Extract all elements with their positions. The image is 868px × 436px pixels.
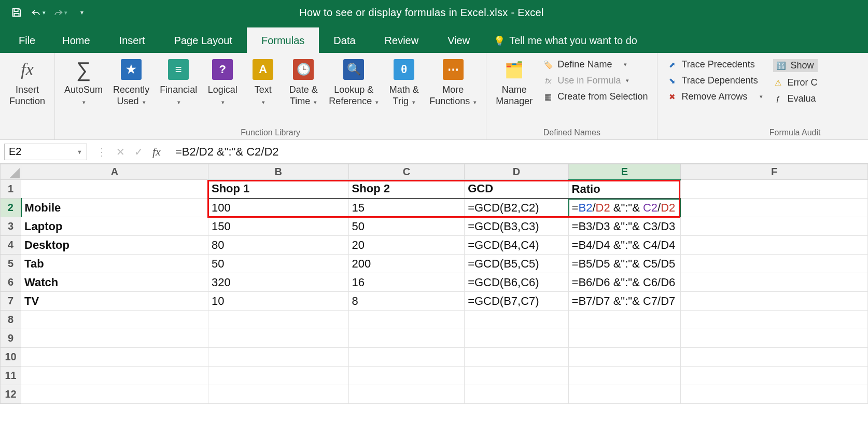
tab-file[interactable]: File — [6, 27, 48, 53]
cell-F7[interactable] — [681, 292, 868, 311]
enter-formula-icon[interactable]: ✓ — [134, 146, 143, 158]
lookup-reference-button[interactable]: 🔍Lookup &Reference ▾ — [324, 56, 384, 127]
cell-E5[interactable]: =B5/D5 &":"& C5/D5 — [568, 255, 681, 273]
cell-E7[interactable]: =B7/D7 &":"& C7/D7 — [568, 292, 681, 311]
recently-used-button[interactable]: ★RecentlyUsed ▾ — [108, 56, 155, 127]
tab-view[interactable]: View — [433, 27, 484, 53]
cell-C1[interactable]: Shop 2 — [348, 180, 465, 199]
cell-B5[interactable]: 50 — [208, 255, 348, 273]
cell-B2[interactable]: 100 — [208, 199, 348, 217]
cell-C2[interactable]: 15 — [348, 199, 465, 217]
row-header-8[interactable]: 8 — [1, 311, 21, 329]
cell-F5[interactable] — [681, 255, 868, 273]
use-in-formula-button[interactable]: fxUse in Formula ▾ — [543, 75, 648, 86]
row-header-11[interactable]: 11 — [1, 367, 21, 385]
remove-arrows-button[interactable]: ✖Remove Arrows ▾ — [667, 91, 762, 102]
insert-function-button[interactable]: fx InsertFunction — [4, 56, 50, 127]
cell-A6[interactable]: Watch — [21, 273, 208, 292]
math-trig-button[interactable]: θMath &Trig ▾ — [384, 56, 424, 127]
col-header-B[interactable]: B — [208, 164, 348, 180]
qat-customize-icon[interactable]: ▾ — [75, 6, 89, 19]
worksheet-grid[interactable]: A B C D E F 1 Shop 1 Shop 2 GCD Ratio 2 … — [0, 164, 868, 404]
row-header-2[interactable]: 2 — [1, 199, 21, 217]
cell-E6[interactable]: =B6/D6 &":"& C6/D6 — [568, 273, 681, 292]
cancel-formula-icon[interactable]: ✕ — [116, 146, 125, 158]
row-header-12[interactable]: 12 — [1, 385, 21, 404]
cell-D7[interactable]: =GCD(B7,C7) — [465, 292, 568, 311]
save-icon[interactable] — [9, 6, 24, 19]
col-header-F[interactable]: F — [681, 164, 868, 180]
error-checking-button[interactable]: ⚠Error C — [773, 77, 818, 88]
cell-C6[interactable]: 16 — [348, 273, 465, 292]
cell-F1[interactable] — [681, 180, 868, 199]
cell-E1[interactable]: Ratio — [568, 180, 681, 199]
select-all-corner[interactable] — [1, 164, 21, 180]
text-button[interactable]: AText▾ — [243, 56, 283, 127]
autosum-button[interactable]: ∑AutoSum▾ — [59, 56, 108, 127]
logical-button[interactable]: ?Logical▾ — [202, 56, 243, 127]
cell-A3[interactable]: Laptop — [21, 217, 208, 236]
cell-B1[interactable]: Shop 1 — [208, 180, 348, 199]
cell-B7[interactable]: 10 — [208, 292, 348, 311]
more-functions-button[interactable]: ⋯MoreFunctions ▾ — [424, 56, 482, 127]
tell-me-search[interactable]: 💡 Tell me what you want to do — [484, 29, 647, 53]
cell-C4[interactable]: 20 — [348, 236, 465, 255]
chevron-down-icon[interactable]: ▼ — [77, 149, 82, 155]
col-header-C[interactable]: C — [348, 164, 465, 180]
row-header-6[interactable]: 6 — [1, 273, 21, 292]
col-header-E[interactable]: E — [568, 164, 681, 180]
tab-home[interactable]: Home — [48, 27, 104, 53]
cell-D1[interactable]: GCD — [465, 180, 568, 199]
row-header-9[interactable]: 9 — [1, 329, 21, 348]
cell-A4[interactable]: Desktop — [21, 236, 208, 255]
cell-E4[interactable]: =B4/D4 &":"& C4/D4 — [568, 236, 681, 255]
cell-D2[interactable]: =GCD(B2,C2) — [465, 199, 568, 217]
create-from-selection-button[interactable]: ▦Create from Selection — [543, 91, 648, 102]
cell-A7[interactable]: TV — [21, 292, 208, 311]
row-header-7[interactable]: 7 — [1, 292, 21, 311]
evaluate-formula-button[interactable]: ƒEvalua — [773, 93, 818, 104]
row-header-3[interactable]: 3 — [1, 217, 21, 236]
cell-F3[interactable] — [681, 217, 868, 236]
tab-insert[interactable]: Insert — [105, 27, 160, 53]
cell-F4[interactable] — [681, 236, 868, 255]
name-manager-button[interactable]: 🗂️NameManager — [491, 56, 538, 127]
tab-review[interactable]: Review — [370, 27, 433, 53]
col-header-D[interactable]: D — [465, 164, 568, 180]
cell-D6[interactable]: =GCD(B6,C6) — [465, 273, 568, 292]
formula-bar-input[interactable]: =B2/D2 &":"& C2/D2 — [170, 145, 868, 159]
col-header-A[interactable]: A — [21, 164, 208, 180]
cell-C7[interactable]: 8 — [348, 292, 465, 311]
cell-E3[interactable]: =B3/D3 &":"& C3/D3 — [568, 217, 681, 236]
cell-F2[interactable] — [681, 199, 868, 217]
date-time-button[interactable]: 🕒Date &Time ▾ — [283, 56, 324, 127]
cell-E2[interactable]: =B2/D2 &":"& C2/D2 — [568, 199, 681, 217]
tab-data[interactable]: Data — [319, 27, 370, 53]
tab-formulas[interactable]: Formulas — [247, 27, 319, 53]
cell-B6[interactable]: 320 — [208, 273, 348, 292]
cell-B3[interactable]: 150 — [208, 217, 348, 236]
redo-icon[interactable]: ▾ — [53, 6, 67, 19]
cell-C3[interactable]: 50 — [348, 217, 465, 236]
cell-A5[interactable]: Tab — [21, 255, 208, 273]
row-header-4[interactable]: 4 — [1, 236, 21, 255]
fx-label-icon[interactable]: fx — [152, 145, 161, 159]
financial-button[interactable]: ≡Financial▾ — [155, 56, 202, 127]
trace-dependents-button[interactable]: ⬊Trace Dependents — [667, 75, 762, 86]
cell-A1[interactable] — [21, 180, 208, 199]
row-header-1[interactable]: 1 — [1, 180, 21, 199]
cell-A2[interactable]: Mobile — [21, 199, 208, 217]
row-header-10[interactable]: 10 — [1, 348, 21, 367]
trace-precedents-button[interactable]: ⬈Trace Precedents — [667, 59, 762, 70]
name-box[interactable]: E2▼ — [4, 144, 87, 160]
cell-C5[interactable]: 200 — [348, 255, 465, 273]
tab-page-layout[interactable]: Page Layout — [160, 27, 247, 53]
cell-D3[interactable]: =GCD(B3,C3) — [465, 217, 568, 236]
cell-A8[interactable] — [21, 311, 208, 329]
show-formulas-button[interactable]: 🔢Show — [773, 59, 818, 72]
cell-F6[interactable] — [681, 273, 868, 292]
cell-D4[interactable]: =GCD(B4,C4) — [465, 236, 568, 255]
row-header-5[interactable]: 5 — [1, 255, 21, 273]
define-name-button[interactable]: 🏷️Define Name ▾ — [543, 59, 648, 70]
cell-B4[interactable]: 80 — [208, 236, 348, 255]
